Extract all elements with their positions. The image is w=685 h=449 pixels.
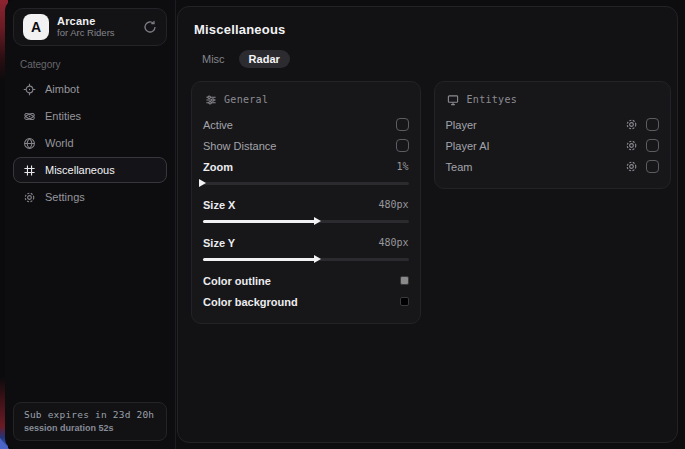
team-gear-icon[interactable] xyxy=(625,160,638,173)
color-outline-row: Color outline xyxy=(203,270,409,291)
size-x-row: Size X 480px xyxy=(203,194,409,215)
size-y-value: 480px xyxy=(378,237,408,248)
color-background-row: Color background xyxy=(203,291,409,312)
show-distance-row: Show Distance xyxy=(203,135,409,156)
size-x-value: 480px xyxy=(378,199,408,210)
player-ai-row: Player AI xyxy=(446,135,659,156)
team-checkbox[interactable] xyxy=(646,160,659,173)
app-subtitle: for Arc Riders xyxy=(57,28,135,39)
cards-row: General Active Show Distance Zoom 1% xyxy=(191,81,671,324)
sidebar-item-world[interactable]: World xyxy=(13,130,167,156)
player-label: Player xyxy=(446,119,477,131)
session-duration-text: session duration 52s xyxy=(24,423,156,433)
size-y-row: Size Y 480px xyxy=(203,232,409,253)
color-outline-label: Color outline xyxy=(203,275,271,287)
size-y-slider[interactable] xyxy=(203,255,409,264)
sidebar-item-label: Entities xyxy=(45,110,81,122)
active-label: Active xyxy=(203,119,233,131)
player-row: Player xyxy=(446,114,659,135)
sidebar-item-settings[interactable]: Settings xyxy=(13,184,167,210)
app-name: Arcane xyxy=(57,15,135,28)
general-card-header: General xyxy=(204,93,409,106)
size-x-slider[interactable] xyxy=(203,217,409,226)
tab-bar: Misc Radar xyxy=(192,50,671,68)
app-avatar: A xyxy=(23,14,49,40)
zoom-slider-thumb[interactable] xyxy=(199,179,206,187)
sliders-icon xyxy=(204,93,217,106)
sidebar-item-miscellaneous[interactable]: Miscellaneous xyxy=(13,157,167,183)
sidebar-item-aimbot[interactable]: Aimbot xyxy=(13,76,167,102)
sidebar-divider xyxy=(175,0,176,449)
entities-card: Entityes Player Player AI xyxy=(434,81,671,189)
globe-icon xyxy=(22,136,36,150)
active-row: Active xyxy=(203,114,409,135)
player-checkbox[interactable] xyxy=(646,118,659,131)
show-distance-checkbox[interactable] xyxy=(396,139,409,152)
player-ai-gear-icon[interactable] xyxy=(625,139,638,152)
sidebar-item-label: Settings xyxy=(45,191,85,203)
category-label: Category xyxy=(20,59,167,70)
refresh-icon[interactable] xyxy=(143,20,157,34)
grid-icon xyxy=(22,163,36,177)
active-checkbox[interactable] xyxy=(396,118,409,131)
monitor-icon xyxy=(447,93,460,106)
zoom-row: Zoom 1% xyxy=(203,156,409,177)
general-card: General Active Show Distance Zoom 1% xyxy=(191,81,421,324)
sidebar: A Arcane for Arc Riders Category Aimbot xyxy=(5,0,175,449)
size-y-label: Size Y xyxy=(203,237,235,249)
size-y-slider-thumb[interactable] xyxy=(314,255,321,263)
page-title: Miscellaneous xyxy=(194,22,671,37)
player-ai-checkbox[interactable] xyxy=(646,139,659,152)
entities-card-header: Entityes xyxy=(447,93,659,106)
entities-header-label: Entityes xyxy=(467,94,518,105)
main-panel: Miscellaneous Misc Radar General Active xyxy=(177,6,678,443)
app-window: A Arcane for Arc Riders Category Aimbot xyxy=(5,0,685,449)
sidebar-item-label: Aimbot xyxy=(45,83,79,95)
color-outline-swatch[interactable] xyxy=(400,276,409,285)
tab-misc[interactable]: Misc xyxy=(192,50,235,68)
sub-expires-text: Sub expires in 23d 20h xyxy=(24,409,156,420)
sidebar-item-entities[interactable]: Entities xyxy=(13,103,167,129)
entities-icon xyxy=(22,109,36,123)
general-header-label: General xyxy=(224,94,268,105)
player-gear-icon[interactable] xyxy=(625,118,638,131)
cursor-artifact xyxy=(0,438,9,449)
sidebar-item-label: Miscellaneous xyxy=(45,164,115,176)
show-distance-label: Show Distance xyxy=(203,140,276,152)
size-x-slider-thumb[interactable] xyxy=(314,217,321,225)
color-background-label: Color background xyxy=(203,296,298,308)
app-logo-card: A Arcane for Arc Riders xyxy=(13,8,167,46)
team-row: Team xyxy=(446,156,659,177)
tab-radar[interactable]: Radar xyxy=(239,50,290,68)
zoom-label: Zoom xyxy=(203,161,233,173)
gear-icon xyxy=(22,190,36,204)
team-label: Team xyxy=(446,161,473,173)
zoom-slider[interactable] xyxy=(203,179,409,188)
player-ai-label: Player AI xyxy=(446,140,490,152)
zoom-value: 1% xyxy=(396,161,408,172)
color-background-swatch[interactable] xyxy=(400,297,409,306)
size-x-label: Size X xyxy=(203,199,235,211)
subscription-card: Sub expires in 23d 20h session duration … xyxy=(13,402,167,441)
crosshair-icon xyxy=(22,82,36,96)
sidebar-item-label: World xyxy=(45,137,74,149)
